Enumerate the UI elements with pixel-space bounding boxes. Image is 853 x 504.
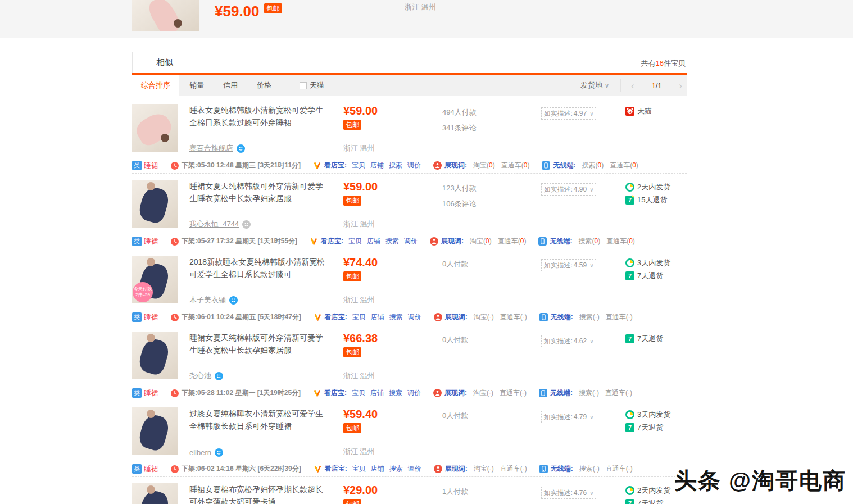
product-location: 浙江 温州 (343, 143, 375, 153)
product-image[interactable] (132, 332, 178, 379)
shop-link[interactable]: 尧心池 (189, 371, 211, 381)
product-title[interactable]: 睡衣女夏纯棉韩版小清新宽松可爱学生全棉日系长款过膝可外穿睡裙 (189, 104, 329, 129)
impression-words-label: 展现词: (445, 312, 468, 322)
kdb-search-link[interactable]: 搜索 (389, 464, 403, 474)
wireless-label: 无线端: (551, 312, 573, 322)
ship-clock-icon (625, 258, 634, 267)
category-badge: 类 (132, 237, 142, 246)
tag-label: 2天内发货 (637, 485, 670, 496)
product-image[interactable] (132, 483, 178, 504)
kdb-search-link[interactable]: 搜索 (389, 312, 403, 322)
rating-dropdown[interactable]: 如实描述:4.97 ∨ (541, 107, 596, 120)
rating-dropdown[interactable]: 如实描述:4.59 ∨ (541, 259, 596, 271)
ship-from-dropdown[interactable]: 发货地 ∨ (580, 80, 609, 90)
reviews-link[interactable]: 341条评论 (442, 123, 477, 133)
impression-words-icon (430, 237, 438, 246)
category-name[interactable]: 睡裙 (144, 312, 158, 323)
kdb-item-link[interactable]: 宝贝 (352, 464, 366, 474)
shop-link[interactable]: 我心永恒_4744 (189, 219, 239, 229)
rating-value: 4.76 (574, 489, 587, 497)
kdb-price-link[interactable]: 调价 (408, 464, 421, 474)
product-image[interactable] (132, 407, 178, 455)
kdb-search-link[interactable]: 搜索 (389, 388, 402, 398)
shop-link[interactable]: ellbern (189, 448, 211, 457)
product-title[interactable]: 过膝女夏纯棉睡衣小清新宽松可爱学生全棉韩版长款日系可外穿睡裙 (189, 407, 329, 432)
kandianbao-icon (314, 465, 322, 473)
product-image[interactable]: 今天付款 2件=59 (132, 256, 178, 303)
clock-icon (171, 389, 179, 397)
kdb-item-link[interactable]: 宝贝 (348, 237, 362, 246)
tmall-checkbox[interactable] (300, 82, 307, 89)
sort-sales[interactable]: 销量 (189, 80, 204, 90)
category-name[interactable]: 睡裙 (144, 161, 158, 171)
product-location: 浙江 温州 (343, 447, 375, 457)
product-title[interactable]: 睡裙女夏棉布宽松孕妇怀孕期长款超长可外穿薄款大码可爱卡通 (189, 483, 329, 504)
tag-label: 7天退货 (637, 334, 663, 344)
row-toolbar: 类 睡裙 下架:05-28 11:02 星期一 [1天19时25分] 看店宝: … (132, 388, 687, 401)
tmall-filter[interactable]: 天猫 (300, 80, 324, 90)
kdb-shop-link[interactable]: 店铺 (367, 237, 380, 246)
shop-link[interactable]: 寨百合旗舰店 (189, 143, 233, 153)
product-price: ¥59.00 (343, 180, 378, 193)
seven-day-icon: 7 (625, 271, 634, 280)
sort-price[interactable]: 价格 (257, 80, 271, 90)
kdb-shop-link[interactable]: 店铺 (370, 388, 384, 398)
wireless-ztc-count: 直通车(-) (606, 464, 633, 474)
clock-icon (171, 465, 179, 473)
product-price: ¥59.40 (343, 407, 378, 421)
prev-page-arrow[interactable]: ‹ (631, 81, 634, 90)
next-page-arrow[interactable]: › (679, 81, 682, 90)
sort-credit[interactable]: 信用 (223, 80, 238, 90)
taobao-count: 淘宝(0) (473, 161, 495, 170)
kdb-item-link[interactable]: 宝贝 (352, 161, 365, 170)
product-image[interactable] (132, 0, 199, 31)
promo-badge: 今天付款 2件=59 (133, 282, 153, 302)
product-title[interactable]: 睡裙女夏天纯棉韩版可外穿清新可爱学生睡衣宽松中长款孕妇家居服 (189, 180, 329, 205)
rating-value: 4.79 (574, 413, 587, 421)
kdb-price-link[interactable]: 调价 (407, 388, 421, 398)
free-shipping-badge: 包邮 (343, 196, 361, 206)
total-count-text: 共有16件宝贝 (641, 58, 686, 69)
clock-icon (171, 238, 179, 246)
sort-composite[interactable]: 综合排序 (132, 75, 179, 96)
category-name[interactable]: 睡裙 (144, 464, 158, 474)
kdb-price-link[interactable]: 调价 (404, 237, 418, 246)
kdb-search-link[interactable]: 搜索 (385, 237, 399, 246)
kdb-item-link[interactable]: 宝贝 (352, 388, 365, 398)
product-price: ¥59.00 (215, 3, 260, 19)
kdb-shop-link[interactable]: 店铺 (370, 161, 384, 170)
kandianbao-icon (313, 161, 321, 170)
kdb-shop-link[interactable]: 店铺 (371, 464, 384, 474)
rating-label: 如实描述: (543, 185, 572, 194)
seven-day-icon: 7 (625, 423, 634, 432)
chevron-down-icon: ∨ (605, 82, 609, 89)
product-title[interactable]: 睡裙女夏天纯棉韩版可外穿清新可爱学生睡衣宽松中长款孕妇家居服 (189, 332, 329, 356)
impression-words-label: 展现词: (444, 388, 467, 398)
product-image[interactable] (132, 104, 178, 152)
category-name[interactable]: 睡裙 (144, 388, 158, 398)
ship-from-label: 发货地 (580, 80, 602, 90)
page-total: /1 (656, 81, 662, 90)
kdb-shop-link[interactable]: 店铺 (371, 312, 384, 322)
rating-dropdown[interactable]: 如实描述:4.79 ∨ (541, 411, 596, 423)
tab-similar[interactable]: 相似 (132, 52, 197, 73)
return-tag: 7 7天退货 (625, 498, 687, 504)
free-shipping-badge: 包邮 (343, 120, 361, 130)
rating-dropdown[interactable]: 如实描述:4.90 ∨ (541, 183, 596, 196)
kdb-price-link[interactable]: 调价 (408, 312, 421, 322)
rating-dropdown[interactable]: 如实描述:4.62 ∨ (541, 335, 596, 347)
kdb-search-link[interactable]: 搜索 (389, 161, 402, 170)
product-title[interactable]: 2018新款睡衣女夏纯棉韩版小清新宽松可爱学生全棉日系长款过膝可 (189, 256, 329, 280)
shop-link[interactable]: 木子美衣铺 (189, 295, 226, 305)
kdb-item-link[interactable]: 宝贝 (352, 312, 366, 322)
category-name[interactable]: 睡裙 (144, 237, 158, 247)
product-location: 浙江 温州 (343, 295, 375, 305)
kdb-price-link[interactable]: 调价 (407, 161, 421, 170)
reviews-link[interactable]: 106条评论 (442, 199, 477, 209)
payments-count: 0人付款 (442, 411, 531, 421)
wireless-search-count: 搜索(0) (578, 237, 600, 246)
rating-dropdown[interactable]: 如实描述:4.76 ∨ (541, 487, 596, 499)
return-tag: 7 7天退货 (625, 423, 687, 433)
product-image[interactable] (132, 180, 178, 228)
kandianbao-label: 看店宝: (324, 161, 347, 170)
